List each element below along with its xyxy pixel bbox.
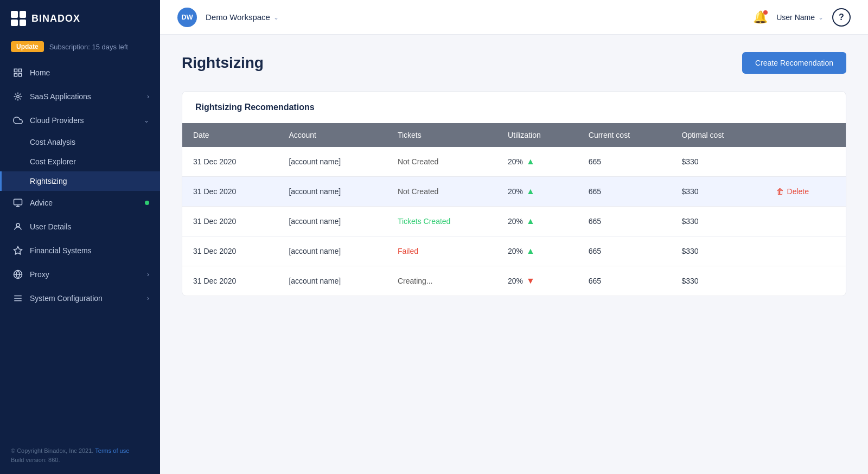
config-icon [12, 293, 23, 304]
sidebar-label-cost-analysis: Cost Analysis [30, 138, 75, 146]
cell-tickets: Tickets Created [387, 207, 497, 236]
cell-date: 31 Dec 2020 [182, 207, 278, 236]
user-menu[interactable]: User Name ⌄ [776, 13, 824, 22]
trend-down-icon: ▼ [526, 276, 535, 286]
col-actions [765, 123, 846, 147]
cell-current-cost: 665 [578, 266, 671, 296]
proxy-arrow-icon: › [147, 271, 149, 278]
utilization-value: 20% [508, 217, 523, 226]
sidebar-item-system-config[interactable]: System Configuration › [0, 286, 160, 310]
cell-account: [account name] [278, 266, 387, 296]
copyright-text: © Copyright Binadox, Inc 2021. [11, 447, 93, 454]
utilization-value: 20% [508, 247, 523, 255]
page-header: Rightsizing Create Recomendation [182, 52, 846, 74]
trend-up-icon: ▲ [526, 246, 535, 256]
cell-tickets: Not Created [387, 177, 497, 207]
sidebar-label-user-details: User Details [30, 222, 149, 231]
table-row: 31 Dec 2020 [account name] Failed 20% ▲ … [182, 236, 846, 266]
table-row: 31 Dec 2020 [account name] Not Created 2… [182, 147, 846, 177]
trend-up-icon: ▲ [526, 216, 535, 226]
delete-label[interactable]: Delete [787, 187, 809, 196]
col-utilization: Utilization [497, 123, 578, 147]
sidebar-label-system-config: System Configuration [30, 294, 141, 303]
cell-utilization: 20% ▲ [497, 236, 578, 266]
cell-utilization: 20% ▲ [497, 177, 578, 207]
recommendations-table: Date Account Tickets Utilization Current… [182, 123, 846, 296]
cell-date: 31 Dec 2020 [182, 236, 278, 266]
utilization-value: 20% [508, 157, 523, 166]
svg-point-6 [16, 223, 20, 227]
cell-tickets: Failed [387, 236, 497, 266]
advice-icon [12, 197, 23, 208]
col-current-cost: Current cost [578, 123, 671, 147]
table-row: 31 Dec 2020 [account name] Not Created 2… [182, 177, 846, 207]
update-badge[interactable]: Update [11, 41, 44, 52]
trend-up-icon: ▲ [526, 157, 535, 166]
saas-arrow-icon: › [147, 93, 149, 100]
sidebar-item-saas[interactable]: SaaS Applications › [0, 85, 160, 108]
cell-optimal-cost: $330 [671, 207, 765, 236]
trend-up-icon: ▲ [526, 187, 535, 196]
cell-utilization: 20% ▼ [497, 266, 578, 296]
terms-link[interactable]: Terms of use [95, 447, 129, 454]
user-icon [12, 221, 23, 232]
svg-point-4 [17, 95, 20, 98]
empty-action-cell [765, 236, 846, 266]
logo-area: BINADOX [0, 0, 160, 37]
sidebar-label-saas: SaaS Applications [30, 92, 141, 101]
sidebar-label-home: Home [30, 68, 149, 77]
cell-optimal-cost: $330 [671, 236, 765, 266]
cell-current-cost: 665 [578, 207, 671, 236]
utilization-value: 20% [508, 187, 523, 196]
logo-icon [11, 11, 26, 26]
sidebar-label-financial: Financial Systems [30, 246, 149, 255]
help-button[interactable]: ? [832, 8, 851, 27]
sidebar-item-advice[interactable]: Advice [0, 191, 160, 215]
cell-current-cost: 665 [578, 147, 671, 177]
cell-current-cost: 665 [578, 177, 671, 207]
empty-action-cell [765, 207, 846, 236]
cell-tickets: Not Created [387, 147, 497, 177]
sidebar-item-cost-analysis[interactable]: Cost Analysis [0, 132, 160, 152]
sidebar-item-proxy[interactable]: Proxy › [0, 262, 160, 286]
table-header: Date Account Tickets Utilization Current… [182, 123, 846, 147]
sidebar-item-cloud[interactable]: Cloud Providers ⌄ [0, 108, 160, 132]
cell-date: 31 Dec 2020 [182, 147, 278, 177]
sidebar-label-proxy: Proxy [30, 270, 141, 279]
home-icon [12, 67, 23, 78]
workspace-avatar: DW [177, 8, 197, 27]
cell-account: [account name] [278, 207, 387, 236]
workspace-name-label: Demo Workspace [206, 12, 270, 22]
sidebar-footer: © Copyright Binadox, Inc 2021. Terms of … [0, 438, 160, 474]
cell-account: [account name] [278, 236, 387, 266]
sidebar-nav: Home SaaS Applications › Cloud Providers… [0, 61, 160, 438]
create-recommendation-button[interactable]: Create Recomendation [742, 52, 846, 74]
table-row: 31 Dec 2020 [account name] Creating... 2… [182, 266, 846, 296]
saas-icon [12, 91, 23, 102]
col-date: Date [182, 123, 278, 147]
svg-rect-2 [14, 74, 17, 76]
sidebar-item-user-details[interactable]: User Details [0, 215, 160, 239]
sidebar-item-financial-systems[interactable]: Financial Systems [0, 239, 160, 262]
sidebar-item-cost-explorer[interactable]: Cost Explorer [0, 152, 160, 171]
col-optimal-cost: Optimal cost [671, 123, 765, 147]
cell-account: [account name] [278, 177, 387, 207]
cell-date: 31 Dec 2020 [182, 177, 278, 207]
svg-rect-5 [14, 199, 22, 205]
cell-optimal-cost: $330 [671, 147, 765, 177]
delete-cell[interactable]: 🗑Delete [765, 177, 846, 207]
table-body: 31 Dec 2020 [account name] Not Created 2… [182, 147, 846, 296]
sidebar-item-home[interactable]: Home [0, 61, 160, 85]
notification-bell[interactable]: 🔔 [753, 10, 768, 24]
sidebar-label-cost-explorer: Cost Explorer [30, 157, 76, 166]
sidebar-item-rightsizing[interactable]: Rightsizing [0, 171, 160, 191]
recommendations-table-section: Rightsizing Recomendations Date Account … [182, 91, 846, 296]
cell-optimal-cost: $330 [671, 177, 765, 207]
svg-marker-7 [14, 247, 22, 254]
sidebar-label-advice: Advice [30, 198, 138, 207]
header: DW Demo Workspace ⌄ 🔔 User Name ⌄ ? [160, 0, 868, 35]
workspace-dropdown[interactable]: Demo Workspace ⌄ [206, 12, 279, 22]
cell-utilization: 20% ▲ [497, 147, 578, 177]
utilization-value: 20% [508, 277, 523, 285]
table-row: 31 Dec 2020 [account name] Tickets Creat… [182, 207, 846, 236]
